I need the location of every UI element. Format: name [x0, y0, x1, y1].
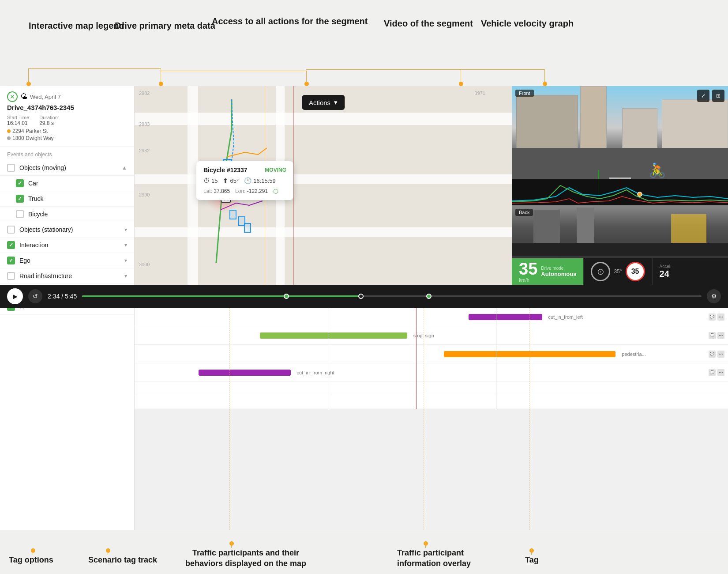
timeline-bar-pedestrian [444, 351, 615, 357]
actions-dropdown-icon: ▾ [334, 98, 338, 106]
progress-marker-2[interactable] [358, 294, 364, 299]
anno-line-overlay [425, 541, 426, 548]
legend-item-bicycle[interactable]: Bicycle [0, 207, 134, 222]
duration-label: Duration: [39, 115, 59, 120]
expand-button[interactable]: ⤢ [697, 90, 709, 102]
annotation-line-v-4 [461, 69, 461, 82]
velocity-graph [512, 179, 728, 205]
checkbox-interaction[interactable] [7, 241, 15, 249]
checkbox-ego[interactable] [7, 257, 15, 264]
legend-item-interaction[interactable]: Interaction ▾ [0, 238, 134, 253]
back-scene [512, 205, 728, 258]
location-dot-from [7, 129, 11, 133]
svg-point-0 [638, 192, 642, 196]
anno-dot-tag [529, 548, 534, 553]
start-time-value: 16:14:01 [7, 120, 28, 126]
left-panel: ✕ 🌤 Wed, April 7 Drive_4374h763-2345 Sta… [0, 86, 135, 530]
accel-display: Accel. 24 [652, 258, 679, 285]
comment-icon-4[interactable]: 💬 [709, 369, 716, 376]
anno-hline-1 [28, 68, 161, 69]
tooltip-speed: ⏱ 15 [203, 177, 218, 184]
tooltip-coords: Lat: 37.865 Lon: -122.291 ⬡ [203, 188, 286, 195]
checkbox-objects-stationary[interactable] [7, 226, 15, 234]
replay-button[interactable]: ↺ [28, 289, 42, 303]
anno-line-traffic [231, 541, 232, 548]
stats-bar: 35 km/h Drive mode Autonomous ⊙ 35° 35 A… [512, 258, 728, 285]
expand-icon-interaction[interactable]: ▾ [124, 242, 127, 248]
front-label: Front [515, 90, 534, 97]
legend-item-car[interactable]: Car [0, 176, 134, 191]
drive-mode-value: Autonomous [541, 271, 576, 277]
start-time-label: Start Time: [7, 115, 30, 120]
expand-icon-ego[interactable]: ▾ [124, 257, 127, 264]
comment-icon-2[interactable]: 💬 [709, 332, 716, 339]
grid-button[interactable]: ⊞ [712, 90, 724, 102]
timeline-bar-label-stop-sign: stop_sign [413, 333, 434, 338]
legend-item-truck[interactable]: Truck [0, 191, 134, 207]
expand-icon-objects-stationary[interactable]: ▾ [124, 227, 127, 233]
timeline-track-pedestrian[interactable]: pedestria... [88, 345, 702, 363]
checkbox-road-infra[interactable] [7, 272, 15, 280]
time-display: 2:34 / 5:45 [48, 293, 77, 300]
drive-id: Drive_4374h763-2345 [7, 104, 127, 111]
checkbox-bicycle[interactable] [16, 210, 24, 218]
legend-item-objects-stationary[interactable]: Objects (stationary) ▾ [0, 222, 134, 238]
annotation-line-v-2 [161, 68, 161, 82]
anno-line-tag [531, 548, 532, 555]
annotation-label: Video of the segment [384, 18, 473, 29]
external-link-icon[interactable]: ⬡ [273, 188, 278, 195]
annotation-dot-5 [543, 82, 547, 86]
velocity-svg [512, 179, 728, 205]
play-button[interactable]: ▶ [7, 288, 23, 304]
annotation-label: Vehicle velocity graph [481, 18, 574, 29]
map-object-3 [244, 223, 251, 233]
anno-dot-traffic [229, 541, 234, 546]
legend-label-ego: Ego [19, 257, 120, 264]
duration-value: 29.8 s [39, 120, 54, 126]
legend-label-road-infra: Road infrastructure [19, 272, 120, 279]
expand-icon-road-infra[interactable]: ▾ [124, 273, 127, 279]
annotation-tag-options: Tag options [9, 555, 53, 565]
annotation-label-traffic: Traffic participants and theirbehaviors … [185, 548, 306, 569]
more-icon-2[interactable]: ••• [717, 332, 724, 339]
legend-item-ego[interactable]: Ego ▾ [0, 253, 134, 268]
annotation-video: Video of the segment [384, 18, 473, 29]
legend-label-bicycle: Bicycle [28, 211, 127, 218]
comment-icon-3[interactable]: 💬 [709, 351, 716, 358]
legend-item-road-infra[interactable]: Road infrastructure ▾ [0, 268, 134, 284]
drive-location: 2294 Parker St 1800 Dwight Way [7, 128, 127, 141]
close-button[interactable]: ✕ [7, 91, 18, 102]
tooltip-lat: 37.865 [214, 188, 230, 194]
actions-label: Actions [309, 99, 330, 106]
timeline-track-cut-in-left[interactable]: cut_in_from_left [88, 308, 702, 326]
comment-icon-1[interactable]: 💬 [709, 313, 716, 321]
tooltip-lon: -122.291 [247, 188, 268, 194]
timeline-vline-red [416, 308, 417, 409]
bottom-annotations: Tag options Scenario tag track Traffic p… [0, 530, 728, 574]
more-icon-1[interactable]: ••• [717, 313, 724, 321]
actions-button[interactable]: Actions ▾ [302, 95, 345, 110]
progress-marker-3[interactable] [426, 294, 432, 299]
expand-icon-objects-moving[interactable]: ▲ [122, 165, 127, 171]
checkbox-objects-moving[interactable] [7, 164, 15, 172]
timeline-track-stop-sign[interactable]: stop_sign [88, 326, 702, 344]
more-icon-4[interactable]: ••• [717, 369, 724, 376]
anno-dot-scenario [106, 548, 110, 553]
timeline-bar-label-pedestrian: pedestria... [622, 351, 645, 357]
location-dot-to [7, 136, 11, 140]
legend-item-objects-moving[interactable]: Objects (moving) ▲ [0, 160, 134, 176]
accel-value: 24 [660, 269, 672, 279]
more-icon-3[interactable]: ••• [717, 351, 724, 358]
settings-button[interactable]: ⚙ [707, 289, 721, 303]
accel-label: Accel. [660, 264, 672, 269]
annotation-label-tag: Tag [525, 555, 539, 565]
progress-track[interactable] [82, 295, 702, 297]
checkbox-truck[interactable] [16, 195, 24, 203]
progress-marker-1[interactable] [284, 294, 289, 299]
anno-line-tag-options [33, 548, 33, 555]
tooltip-time: 🕐 16:15:59 [244, 177, 276, 184]
timeline-track-cut-in-right[interactable]: cut_in_from_right [88, 363, 702, 381]
annotation-dot-2 [159, 82, 163, 86]
checkbox-car[interactable] [16, 179, 24, 187]
annotation-dot [26, 82, 31, 86]
